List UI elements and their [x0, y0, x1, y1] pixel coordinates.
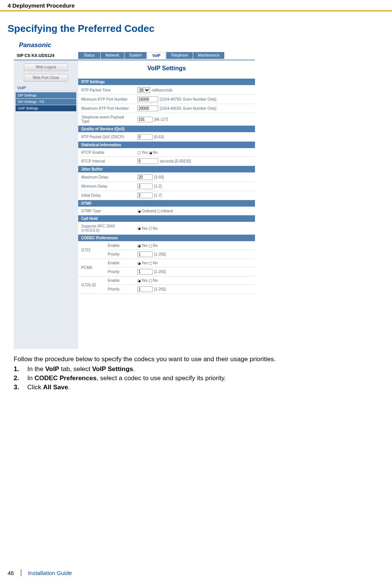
- sidebar-item-sip-settings[interactable]: SIP Settings: [16, 92, 76, 98]
- web-port-close-button[interactable]: Web Port Close: [24, 74, 68, 82]
- lbl-dtmf-type: DTMF Type: [78, 207, 135, 215]
- lbl-jitter-init: Initial Delay: [78, 191, 135, 200]
- page-number: 46: [8, 570, 14, 576]
- step-2: In CODEC Preferences, select a codec to …: [14, 374, 384, 383]
- lbl-jitter-min: Minimum Delay: [78, 182, 135, 191]
- txt-yes2: Yes: [142, 226, 148, 231]
- radio-rtcp-yes[interactable]: [137, 151, 141, 155]
- radio-pcma-yes[interactable]: [137, 262, 141, 265]
- hint-jitter-init: [1-7]: [154, 193, 162, 197]
- product-label: SIP CS KX-UDS124: [14, 53, 78, 58]
- sidebar: Web Logout Web Port Close VoIP SIP Setti…: [14, 60, 78, 349]
- hint-dscp: [0-63]: [154, 135, 164, 139]
- hint-jitter-max: [3-50]: [154, 175, 164, 179]
- txt-yes: Yes: [142, 150, 148, 155]
- input-g726-pri[interactable]: [137, 286, 153, 292]
- input-payload[interactable]: [137, 117, 153, 122]
- lbl-jitter-max: Maximum Delay: [78, 173, 135, 182]
- radio-pcma-no[interactable]: [149, 262, 152, 265]
- step-1: In the VoIP tab, select VoIP Settings.: [14, 365, 384, 374]
- input-jitter-min[interactable]: [137, 183, 153, 189]
- lbl-rfc2543: Supports RFC 2543 (c=0.0.0.0): [78, 222, 135, 235]
- input-jitter-max[interactable]: [137, 174, 153, 180]
- tab-voip[interactable]: VoIP: [147, 52, 166, 59]
- content-panel: VoIP Settings RTP Settings RTP Packet Ti…: [78, 60, 255, 349]
- hint-ms: milliseconds: [152, 88, 172, 92]
- lbl-dscp: RTP Packet QoS (DSCP): [78, 133, 135, 142]
- txt-no2: No: [153, 226, 158, 231]
- hint-payload: [96-127]: [154, 117, 168, 122]
- input-g722-pri[interactable]: [137, 251, 153, 257]
- radio-dtmf-in[interactable]: [157, 210, 161, 213]
- radio-rfc-yes[interactable]: [137, 227, 141, 230]
- doc-title: Installation Guide: [28, 570, 72, 576]
- hdr-rtp: RTP Settings: [78, 79, 255, 85]
- input-dscp[interactable]: [137, 134, 153, 140]
- radio-rfc-no[interactable]: [149, 227, 152, 230]
- lbl-pcma: PCMA: [78, 259, 106, 276]
- sidebar-item-voip-settings[interactable]: VoIP Settings: [16, 105, 76, 111]
- radio-dtmf-out[interactable]: [137, 210, 141, 213]
- hdr-jitter: Jitter Buffer: [78, 166, 255, 173]
- hint-max-port: [1424-49150: Even Number Only]: [160, 106, 216, 111]
- steps-list: In the VoIP tab, select VoIP Settings. I…: [0, 365, 392, 392]
- footer-separator: [21, 569, 21, 576]
- lbl-g722-enable: Enable: [106, 242, 135, 250]
- lbl-rtcp-enable: RTCP Enable: [78, 149, 135, 157]
- lbl-g726: G726-32: [78, 276, 106, 294]
- tab-telephone[interactable]: Telephone: [166, 52, 193, 59]
- web-logout-button[interactable]: Web Logout: [24, 63, 68, 71]
- lbl-pcma-enable: Enable: [106, 259, 135, 267]
- hdr-hold: Call Hold: [78, 215, 255, 222]
- header-rule: [0, 10, 392, 11]
- lbl-g722: G722: [78, 242, 106, 259]
- radio-g722-yes[interactable]: [137, 244, 141, 248]
- intro-paragraph: Follow the procedure below to specify th…: [0, 353, 392, 365]
- tab-network[interactable]: Network: [101, 52, 124, 59]
- input-pcma-pri[interactable]: [137, 269, 153, 275]
- lbl-g726-enable: Enable: [106, 276, 135, 285]
- input-rtcp-int[interactable]: [137, 158, 158, 164]
- select-packet-time[interactable]: 20: [137, 87, 150, 93]
- txt-no: No: [153, 150, 158, 155]
- radio-g722-no[interactable]: [149, 244, 152, 248]
- tab-status[interactable]: Status: [78, 52, 100, 59]
- hdr-dtmf: DTMF: [78, 200, 255, 207]
- radio-g726-yes[interactable]: [137, 279, 141, 283]
- radio-g726-no[interactable]: [149, 279, 152, 283]
- page-header-chapter: 4 Deployment Procedure: [0, 0, 392, 10]
- hdr-codec: CODEC Preferences: [78, 235, 255, 242]
- lbl-g726-pri: Priority: [106, 285, 135, 294]
- radio-rtcp-no[interactable]: [149, 151, 152, 155]
- lbl-rtcp-int: RTCP Interval: [78, 157, 135, 166]
- sidebar-item-sip-settings-ps[interactable]: SIP Settings - PS: [16, 99, 76, 105]
- hdr-stats: Statistical Information: [78, 142, 255, 149]
- input-jitter-init[interactable]: [137, 193, 153, 198]
- step-3: Click All Save.: [14, 383, 384, 392]
- page-footer: 46 Installation Guide: [0, 569, 72, 576]
- content-title: VoIP Settings: [78, 60, 255, 79]
- topbar: SIP CS KX-UDS124 Status Network System V…: [14, 51, 255, 60]
- txt-outband: Outband: [142, 209, 156, 213]
- embedded-screenshot: Panasonic SIP CS KX-UDS124 Status Networ…: [14, 40, 255, 349]
- hdr-qos: Quality of Service (QoS): [78, 126, 255, 133]
- input-min-port[interactable]: [137, 96, 158, 102]
- lbl-g722-pri: Priority: [106, 250, 135, 259]
- sidebar-heading: VoIP: [17, 85, 76, 91]
- section-title: Specifying the Preferred Codec: [0, 18, 392, 40]
- lbl-max-port: Maximum RTP Port Number: [78, 104, 135, 113]
- lbl-pcma-pri: Priority: [106, 267, 135, 276]
- lbl-rtp-packet-time: RTP Packet Time: [78, 85, 135, 95]
- settings-table: RTP Settings RTP Packet Time 20milliseco…: [78, 79, 255, 294]
- brand-logo: Panasonic: [14, 40, 255, 51]
- tab-system[interactable]: System: [124, 52, 146, 59]
- input-max-port[interactable]: [137, 106, 158, 111]
- lbl-payload: Telephone-event Payload Type: [78, 113, 135, 126]
- main-area: Web Logout Web Port Close VoIP SIP Setti…: [14, 60, 255, 349]
- lbl-min-port: Minimum RTP Port Number: [78, 95, 135, 104]
- tab-maintenance[interactable]: Maintenance: [193, 52, 224, 59]
- hint-rtcp-int: seconds [5-65535]: [160, 159, 191, 163]
- txt-inband: Inband: [161, 209, 173, 213]
- main-tabs: Status Network System VoIP Telephone Mai…: [78, 52, 224, 59]
- hint-min-port: [1024-48750: Even Number Only]: [160, 97, 216, 101]
